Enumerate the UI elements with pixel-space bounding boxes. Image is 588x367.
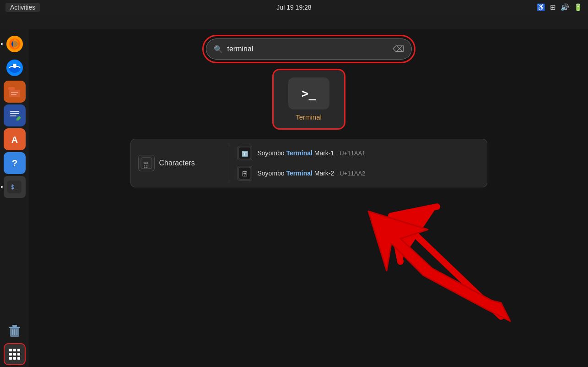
character-item-2[interactable]: 🈂 Soyombo Terminal Mark-2 U+11AA2 xyxy=(236,165,480,181)
results-divider xyxy=(228,145,228,181)
search-bar[interactable]: 🔍 terminal ⌫ xyxy=(206,38,412,60)
dock: A ? $_ xyxy=(0,29,29,367)
dock-item-help[interactable]: ? xyxy=(4,152,26,174)
svg-rect-11 xyxy=(10,113,19,114)
character-name-1: Soyombo Terminal Mark-1 xyxy=(258,149,334,157)
firefox-icon xyxy=(5,35,24,53)
search-overlay: 🔍 terminal ⌫ >_ Terminal xyxy=(29,29,588,367)
battery-icon: 🔋 xyxy=(574,3,583,11)
writer-icon xyxy=(6,107,23,124)
dock-item-show-applications[interactable] xyxy=(4,343,26,365)
volume-icon: 🔊 xyxy=(561,3,569,11)
trash-icon xyxy=(6,322,23,339)
appstore-icon: A xyxy=(6,131,23,148)
svg-marker-31 xyxy=(391,207,437,262)
svg-line-30 xyxy=(400,220,501,317)
character-item-1[interactable]: 🈁 Soyombo Terminal Mark-1 U+11AA1 xyxy=(236,145,480,161)
characters-results-section: A& 12 Characters 🈁 xyxy=(130,139,487,187)
terminal-app-icon: >_ xyxy=(288,77,329,110)
svg-rect-10 xyxy=(10,111,19,112)
terminal-prompt: >_ xyxy=(302,88,316,99)
clear-search-button[interactable]: ⌫ xyxy=(393,44,404,54)
svg-point-5 xyxy=(13,64,16,67)
svg-rect-18 xyxy=(9,327,20,328)
characters-app-name: Characters xyxy=(159,159,195,167)
grid-icon xyxy=(9,349,20,360)
svg-rect-7 xyxy=(8,87,15,90)
characters-app-icon: A& 12 xyxy=(138,155,155,171)
svg-marker-32 xyxy=(368,211,510,321)
search-bar-wrapper: 🔍 terminal ⌫ xyxy=(206,38,412,60)
dock-item-appstore[interactable]: A xyxy=(4,128,26,150)
characters-app-link[interactable]: A& 12 Characters xyxy=(138,145,221,181)
character-highlight-2: Terminal xyxy=(286,170,313,177)
character-items-list: 🈁 Soyombo Terminal Mark-1 U+11AA1 🈂 xyxy=(236,145,480,181)
dock-item-thunderbird[interactable] xyxy=(4,57,26,79)
search-icon: 🔍 xyxy=(214,45,223,54)
dock-item-firefox[interactable] xyxy=(4,33,26,55)
dock-item-writer[interactable] xyxy=(4,104,26,126)
search-input[interactable]: terminal xyxy=(227,45,388,53)
dock-item-terminal[interactable]: $_ xyxy=(4,176,26,198)
system-tray: ♿ ⊞ 🔊 🔋 xyxy=(537,3,583,11)
files-icon xyxy=(6,83,23,100)
thunderbird-icon xyxy=(5,59,24,77)
svg-rect-12 xyxy=(10,115,16,116)
network-icon: ⊞ xyxy=(550,3,556,11)
terminal-app-result[interactable]: >_ Terminal xyxy=(272,69,345,130)
accessibility-icon: ♿ xyxy=(537,3,545,11)
desktop: A ? $_ xyxy=(0,15,588,367)
svg-text:A: A xyxy=(11,135,17,145)
svg-text:12: 12 xyxy=(144,164,148,169)
svg-rect-19 xyxy=(12,325,17,327)
terminal-app-label: Terminal xyxy=(296,113,322,121)
character-code-1: U+11AA1 xyxy=(340,150,365,157)
svg-text:🈂: 🈂 xyxy=(242,171,248,177)
annotation-arrow xyxy=(364,184,519,330)
terminal-dock-icon: $_ xyxy=(7,181,22,193)
character-icon-2: 🈂 xyxy=(237,166,252,181)
character-icon-1: 🈁 xyxy=(237,146,252,160)
help-icon: ? xyxy=(6,155,23,171)
svg-text:?: ? xyxy=(11,158,17,168)
activities-button[interactable]: Activities xyxy=(5,3,40,12)
character-name-2: Soyombo Terminal Mark-2 xyxy=(258,170,334,177)
top-bar: Activities Jul 19 19:28 ♿ ⊞ 🔊 🔋 xyxy=(0,0,588,15)
svg-text:🈁: 🈁 xyxy=(241,150,248,157)
character-highlight-1: Terminal xyxy=(286,149,313,157)
character-code-2: U+11AA2 xyxy=(340,170,365,177)
svg-rect-8 xyxy=(9,90,20,97)
dock-item-files[interactable] xyxy=(4,81,26,103)
active-indicator xyxy=(1,43,3,45)
active-indicator-terminal xyxy=(1,186,3,188)
clock: Jul 19 19:28 xyxy=(276,4,311,11)
dock-item-trash[interactable] xyxy=(4,319,26,341)
